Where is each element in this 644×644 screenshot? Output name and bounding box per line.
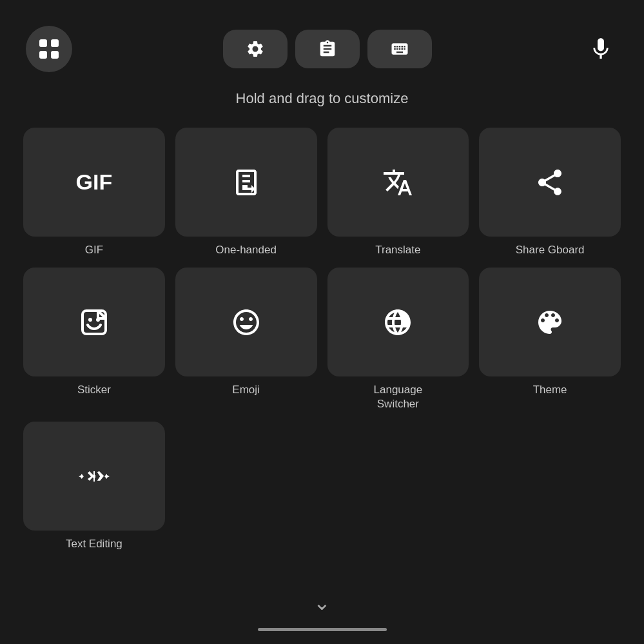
language-switcher-icon-box [327, 268, 469, 376]
hint-text: Hold and drag to customize [236, 90, 409, 107]
text-editing-icon [79, 461, 110, 492]
text-editing-item[interactable]: Text Editing [23, 422, 165, 551]
clipboard-button[interactable] [295, 30, 360, 68]
empty-cell-2 [327, 422, 469, 551]
theme-label: Theme [533, 383, 567, 397]
one-handed-label: One-handed [215, 243, 277, 257]
share-gboard-item[interactable]: Share Gboard [479, 128, 621, 257]
gif-icon-box: GIF [23, 128, 165, 237]
keyboard-button[interactable] [367, 30, 432, 68]
translate-icon-box [327, 128, 469, 237]
keyboard-icon [390, 39, 409, 59]
bottom-area: ⌄ [13, 590, 631, 631]
toolbar-buttons [223, 30, 432, 68]
settings-icon [246, 39, 265, 59]
text-editing-label: Text Editing [66, 537, 122, 551]
language-switcher-item[interactable]: Language Switcher [327, 268, 469, 411]
theme-icon-box [479, 268, 621, 376]
share-gboard-icon-box [479, 128, 621, 237]
sticker-icon-box [23, 268, 165, 376]
gif-label: GIF [85, 243, 103, 257]
main-container: Hold and drag to customize GIF GIF One-h… [0, 0, 644, 644]
microphone-button[interactable] [583, 32, 618, 67]
text-editing-icon-box [23, 422, 165, 531]
emoji-icon [231, 307, 262, 338]
empty-cell-1 [175, 422, 317, 551]
emoji-label: Emoji [232, 383, 260, 397]
sticker-item[interactable]: Sticker [23, 268, 165, 411]
items-grid-row1: GIF GIF One-handed Translate [13, 128, 631, 257]
settings-button[interactable] [223, 30, 288, 68]
emoji-icon-box [175, 268, 317, 376]
svg-rect-4 [93, 471, 95, 482]
language-switcher-icon [382, 307, 413, 338]
svg-point-1 [88, 318, 92, 322]
emoji-item[interactable]: Emoji [175, 268, 317, 411]
empty-cell-3 [479, 422, 621, 551]
microphone-icon [588, 36, 614, 62]
translate-item[interactable]: Translate [327, 128, 469, 257]
grid-icon [39, 39, 59, 59]
gif-item[interactable]: GIF GIF [23, 128, 165, 257]
chevron-down-button[interactable]: ⌄ [313, 590, 331, 615]
language-switcher-label: Language Switcher [374, 383, 423, 411]
sticker-label: Sticker [77, 383, 111, 397]
theme-icon [534, 307, 565, 338]
items-grid-row2: Sticker Emoji Language Switcher [13, 268, 631, 411]
items-grid-row3: Text Editing [13, 422, 631, 551]
translate-label: Translate [375, 243, 420, 257]
home-indicator [258, 628, 387, 631]
share-gboard-label: Share Gboard [516, 243, 585, 257]
grid-button[interactable] [26, 26, 72, 72]
share-gboard-icon [534, 167, 565, 198]
gif-text-icon: GIF [76, 170, 113, 195]
clipboard-icon [318, 39, 337, 59]
one-handed-icon-box [175, 128, 317, 237]
one-handed-icon [231, 167, 262, 198]
sticker-icon [79, 307, 110, 338]
one-handed-item[interactable]: One-handed [175, 128, 317, 257]
theme-item[interactable]: Theme [479, 268, 621, 411]
top-bar [13, 26, 631, 72]
translate-icon [382, 167, 413, 198]
